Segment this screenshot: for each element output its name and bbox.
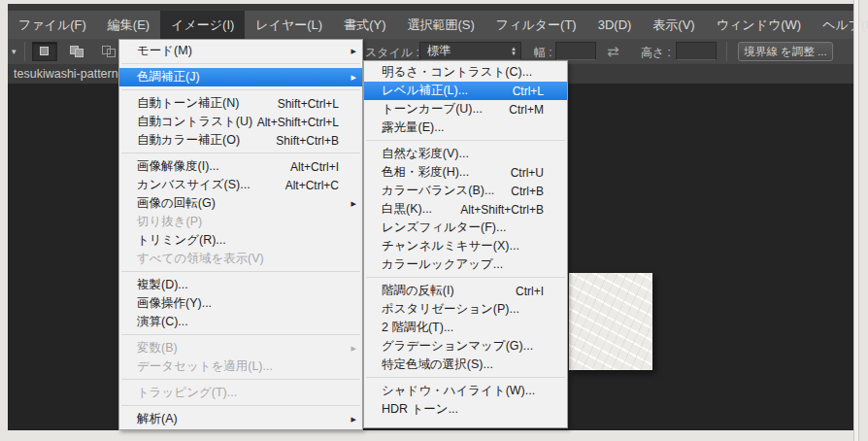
menu-item-label: 白黒(K)... [382, 201, 432, 218]
menubar-item[interactable]: 書式(Y) [333, 11, 396, 39]
adjustments-submenu-item[interactable]: レンズフィルター(F)... [364, 219, 567, 237]
image-menu-item[interactable]: 色調補正(J)▶ [119, 68, 362, 86]
menubar-item[interactable]: 選択範囲(S) [397, 11, 485, 39]
image-menu: モード(M)▶色調補正(J)▶自動トーン補正(N)Shift+Ctrl+L自動コ… [118, 39, 363, 430]
submenu-arrow-icon: ▶ [349, 48, 356, 55]
image-menu-item[interactable]: データセットを適用(L)... [119, 357, 362, 376]
menu-item-label: 2 階調化(T)... [382, 320, 453, 336]
image-menu-item[interactable]: トラッピング(T)... [119, 384, 362, 402]
adjustments-submenu-item[interactable]: トーンカーブ(U)...Ctrl+M [364, 100, 567, 119]
menu-item-label: シャドウ・ハイライト(W)... [382, 383, 535, 399]
menubar-item[interactable]: イメージ(I) [160, 11, 245, 39]
options-bar-divider [726, 42, 727, 61]
menubar-item[interactable]: フィルター(T) [485, 11, 587, 39]
menu-item-label: 変数(B) [137, 340, 178, 356]
image-menu-item[interactable]: すべての領域を表示(V) [119, 250, 362, 268]
adjustments-submenu-item[interactable]: グラデーションマップ(G)... [364, 337, 567, 356]
adjustments-submenu-item[interactable]: 白黒(K)...Alt+Shift+Ctrl+B [364, 200, 567, 219]
menu-item-label: 自動トーン補正(N) [137, 95, 239, 112]
image-menu-item[interactable]: 切り抜き(P) [119, 213, 362, 231]
menu-item-label: レンズフィルター(F)... [382, 220, 506, 236]
menu-item-shortcut: Ctrl+U [511, 166, 553, 180]
adjustments-submenu-item[interactable]: 色相・彩度(H)...Ctrl+U [364, 163, 567, 182]
menu-item-label: トリミング(R)... [137, 232, 226, 249]
menu-item-label: グラデーションマップ(G)... [382, 338, 533, 355]
menu-separator [121, 153, 360, 153]
adjustments-submenu-item[interactable]: HDR トーン... [364, 400, 567, 419]
menu-separator [366, 140, 565, 141]
menubar-item[interactable]: ファイル(F) [8, 11, 97, 39]
adjustments-submenu-item[interactable]: 露光量(E)... [364, 119, 567, 137]
menu-item-label: 色調補正(J) [137, 69, 200, 85]
adjustments-submenu-item[interactable]: レベル補正(L)...Ctrl+L [364, 82, 567, 100]
adjustments-submenu-item[interactable]: カラールックアップ... [364, 255, 567, 274]
image-menu-item[interactable]: 自動コントラスト(U)Alt+Shift+Ctrl+L [119, 113, 362, 131]
menu-item-label: チャンネルミキサー(X)... [382, 238, 519, 254]
adjustments-submenu-item[interactable]: ポスタリゼーション(P)... [364, 300, 567, 319]
menu-item-label: HDR トーン... [382, 401, 458, 418]
adjustments-submenu-item[interactable]: 階調の反転(I)Ctrl+I [364, 282, 567, 300]
menu-item-shortcut: Alt+Ctrl+I [290, 160, 349, 174]
menubar-item[interactable]: 表示(V) [642, 11, 705, 39]
menu-item-label: 画像操作(Y)... [137, 295, 212, 312]
document-tab[interactable]: tesukiwashi-pattern- [8, 64, 128, 84]
image-menu-item[interactable]: 自動トーン補正(N)Shift+Ctrl+L [119, 94, 362, 113]
image-menu-item[interactable]: 画像操作(Y)... [119, 294, 362, 313]
image-menu-item[interactable]: 変数(B)▶ [119, 339, 362, 357]
adjustments-submenu-item[interactable]: 明るさ・コントラスト(C)... [364, 63, 567, 82]
adjustments-submenu-item[interactable]: チャンネルミキサー(X)... [364, 237, 567, 255]
image-menu-item[interactable]: 画像解像度(I)...Alt+Ctrl+I [119, 157, 362, 176]
style-select[interactable]: 標準 ▲▼ [419, 42, 521, 60]
options-bar-divider [24, 42, 25, 61]
menu-item-shortcut: Shift+Ctrl+B [276, 134, 349, 148]
image-menu-item[interactable]: 複製(D)... [119, 276, 362, 294]
refine-edge-button[interactable]: 境界線 を調整 ... [738, 42, 833, 61]
adjustments-submenu: 明るさ・コントラスト(C)...レベル補正(L)...Ctrl+Lトーンカーブ(… [363, 60, 568, 428]
height-label: 高さ : [641, 45, 671, 61]
menubar-item[interactable]: 3D(D) [587, 11, 643, 39]
height-input[interactable] [676, 42, 717, 60]
menu-separator [121, 271, 360, 272]
adjustments-submenu-item[interactable]: 2 階調化(T)... [364, 319, 567, 337]
menubar-item[interactable]: ウィンドウ(W) [706, 11, 812, 39]
image-menu-item[interactable]: 演算(C)... [119, 313, 362, 331]
tool-preset-caret-icon[interactable]: ▾ [12, 47, 17, 56]
style-label: スタイル : [365, 45, 419, 61]
menubar: ファイル(F)編集(E)イメージ(I)レイヤー(L)書式(Y)選択範囲(S)フィ… [8, 11, 855, 39]
document-image[interactable] [569, 273, 652, 370]
width-input[interactable] [555, 42, 596, 60]
new-selection-button[interactable] [32, 42, 57, 61]
menu-item-label: 複製(D)... [137, 277, 188, 293]
adjustments-submenu-item[interactable]: 特定色域の選択(S)... [364, 356, 567, 374]
style-value: 標準 [427, 43, 451, 59]
menu-item-shortcut: Ctrl+B [511, 185, 553, 198]
menubar-item[interactable]: ヘルプ(H) [812, 11, 868, 39]
titlebar-strip [8, 4, 855, 11]
menu-item-label: 画像解像度(I)... [137, 158, 219, 175]
menu-item-label: 切り抜き(P) [137, 214, 202, 230]
adjustments-submenu-item[interactable]: シャドウ・ハイライト(W)... [364, 382, 567, 400]
menu-separator [366, 377, 565, 378]
image-menu-item[interactable]: トリミング(R)... [119, 231, 362, 250]
menu-item-label: トラッピング(T)... [137, 385, 237, 401]
menu-item-shortcut: Ctrl+I [516, 285, 553, 298]
image-menu-item[interactable]: 自動カラー補正(O)Shift+Ctrl+B [119, 131, 362, 150]
image-menu-item[interactable]: 画像の回転(G)▶ [119, 194, 362, 213]
adjustments-submenu-item[interactable]: カラーバランス(B)...Ctrl+B [364, 182, 567, 200]
menu-item-shortcut: Ctrl+M [509, 103, 553, 117]
image-menu-item[interactable]: モード(M)▶ [119, 42, 362, 60]
swap-width-height-icon[interactable]: ⇄ [607, 43, 619, 60]
menu-item-label: 自動カラー補正(O) [137, 132, 240, 149]
adjustments-submenu-item[interactable]: 自然な彩度(V)... [364, 145, 567, 163]
menubar-item[interactable]: レイヤー(L) [245, 11, 333, 39]
menu-item-shortcut: Alt+Shift+Ctrl+L [257, 116, 349, 129]
menu-item-label: 特定色域の選択(S)... [382, 356, 493, 373]
image-menu-item[interactable]: 解析(A)▶ [119, 410, 362, 428]
menubar-item[interactable]: 編集(E) [97, 11, 160, 39]
dropdown-arrows-icon: ▲▼ [511, 47, 517, 56]
menu-item-shortcut: Alt+Shift+Ctrl+B [460, 203, 553, 217]
menu-separator [121, 334, 360, 335]
image-menu-item[interactable]: カンバスサイズ(S)...Alt+Ctrl+C [119, 176, 362, 194]
submenu-arrow-icon: ▶ [349, 416, 356, 424]
add-to-selection-button[interactable] [64, 42, 89, 61]
